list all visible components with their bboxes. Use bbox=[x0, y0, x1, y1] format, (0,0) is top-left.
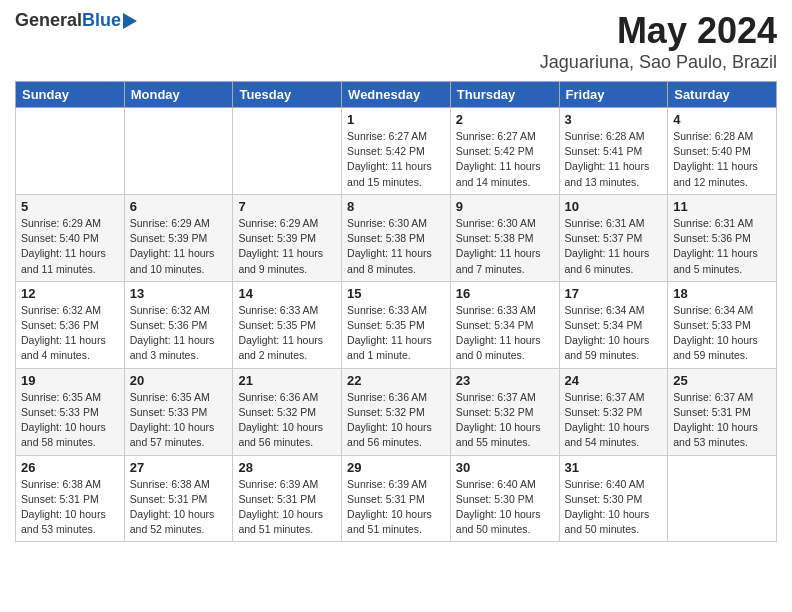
day-info: Sunrise: 6:28 AM Sunset: 5:40 PM Dayligh… bbox=[673, 129, 771, 190]
logo: General Blue bbox=[15, 10, 137, 31]
day-info: Sunrise: 6:34 AM Sunset: 5:34 PM Dayligh… bbox=[565, 303, 663, 364]
day-info: Sunrise: 6:33 AM Sunset: 5:35 PM Dayligh… bbox=[238, 303, 336, 364]
day-info: Sunrise: 6:39 AM Sunset: 5:31 PM Dayligh… bbox=[347, 477, 445, 538]
day-number: 6 bbox=[130, 199, 228, 214]
calendar-cell: 23Sunrise: 6:37 AM Sunset: 5:32 PM Dayli… bbox=[450, 368, 559, 455]
day-info: Sunrise: 6:36 AM Sunset: 5:32 PM Dayligh… bbox=[238, 390, 336, 451]
calendar-cell: 28Sunrise: 6:39 AM Sunset: 5:31 PM Dayli… bbox=[233, 455, 342, 542]
weekday-header-sunday: Sunday bbox=[16, 82, 125, 108]
day-number: 1 bbox=[347, 112, 445, 127]
day-number: 3 bbox=[565, 112, 663, 127]
day-number: 8 bbox=[347, 199, 445, 214]
calendar-cell: 11Sunrise: 6:31 AM Sunset: 5:36 PM Dayli… bbox=[668, 194, 777, 281]
day-info: Sunrise: 6:38 AM Sunset: 5:31 PM Dayligh… bbox=[130, 477, 228, 538]
day-info: Sunrise: 6:29 AM Sunset: 5:40 PM Dayligh… bbox=[21, 216, 119, 277]
day-info: Sunrise: 6:35 AM Sunset: 5:33 PM Dayligh… bbox=[21, 390, 119, 451]
logo-general: General bbox=[15, 10, 82, 31]
day-info: Sunrise: 6:35 AM Sunset: 5:33 PM Dayligh… bbox=[130, 390, 228, 451]
calendar-cell: 7Sunrise: 6:29 AM Sunset: 5:39 PM Daylig… bbox=[233, 194, 342, 281]
day-info: Sunrise: 6:40 AM Sunset: 5:30 PM Dayligh… bbox=[565, 477, 663, 538]
day-info: Sunrise: 6:27 AM Sunset: 5:42 PM Dayligh… bbox=[456, 129, 554, 190]
day-info: Sunrise: 6:31 AM Sunset: 5:37 PM Dayligh… bbox=[565, 216, 663, 277]
calendar-cell: 30Sunrise: 6:40 AM Sunset: 5:30 PM Dayli… bbox=[450, 455, 559, 542]
calendar-cell: 17Sunrise: 6:34 AM Sunset: 5:34 PM Dayli… bbox=[559, 281, 668, 368]
day-number: 28 bbox=[238, 460, 336, 475]
calendar-cell: 31Sunrise: 6:40 AM Sunset: 5:30 PM Dayli… bbox=[559, 455, 668, 542]
calendar-week-row: 1Sunrise: 6:27 AM Sunset: 5:42 PM Daylig… bbox=[16, 108, 777, 195]
calendar-cell: 20Sunrise: 6:35 AM Sunset: 5:33 PM Dayli… bbox=[124, 368, 233, 455]
day-info: Sunrise: 6:29 AM Sunset: 5:39 PM Dayligh… bbox=[238, 216, 336, 277]
calendar-cell: 21Sunrise: 6:36 AM Sunset: 5:32 PM Dayli… bbox=[233, 368, 342, 455]
calendar-week-row: 5Sunrise: 6:29 AM Sunset: 5:40 PM Daylig… bbox=[16, 194, 777, 281]
day-number: 15 bbox=[347, 286, 445, 301]
calendar-cell: 25Sunrise: 6:37 AM Sunset: 5:31 PM Dayli… bbox=[668, 368, 777, 455]
day-number: 13 bbox=[130, 286, 228, 301]
calendar-cell: 18Sunrise: 6:34 AM Sunset: 5:33 PM Dayli… bbox=[668, 281, 777, 368]
day-number: 16 bbox=[456, 286, 554, 301]
day-info: Sunrise: 6:36 AM Sunset: 5:32 PM Dayligh… bbox=[347, 390, 445, 451]
calendar-cell: 6Sunrise: 6:29 AM Sunset: 5:39 PM Daylig… bbox=[124, 194, 233, 281]
day-info: Sunrise: 6:32 AM Sunset: 5:36 PM Dayligh… bbox=[21, 303, 119, 364]
day-info: Sunrise: 6:40 AM Sunset: 5:30 PM Dayligh… bbox=[456, 477, 554, 538]
day-info: Sunrise: 6:34 AM Sunset: 5:33 PM Dayligh… bbox=[673, 303, 771, 364]
weekday-header-saturday: Saturday bbox=[668, 82, 777, 108]
calendar-cell bbox=[668, 455, 777, 542]
day-number: 18 bbox=[673, 286, 771, 301]
day-number: 24 bbox=[565, 373, 663, 388]
weekday-header-wednesday: Wednesday bbox=[342, 82, 451, 108]
calendar-cell: 10Sunrise: 6:31 AM Sunset: 5:37 PM Dayli… bbox=[559, 194, 668, 281]
calendar-cell: 26Sunrise: 6:38 AM Sunset: 5:31 PM Dayli… bbox=[16, 455, 125, 542]
day-info: Sunrise: 6:31 AM Sunset: 5:36 PM Dayligh… bbox=[673, 216, 771, 277]
day-info: Sunrise: 6:27 AM Sunset: 5:42 PM Dayligh… bbox=[347, 129, 445, 190]
day-number: 31 bbox=[565, 460, 663, 475]
day-number: 30 bbox=[456, 460, 554, 475]
day-info: Sunrise: 6:33 AM Sunset: 5:34 PM Dayligh… bbox=[456, 303, 554, 364]
calendar-cell: 14Sunrise: 6:33 AM Sunset: 5:35 PM Dayli… bbox=[233, 281, 342, 368]
calendar-cell: 22Sunrise: 6:36 AM Sunset: 5:32 PM Dayli… bbox=[342, 368, 451, 455]
day-number: 2 bbox=[456, 112, 554, 127]
calendar-cell: 24Sunrise: 6:37 AM Sunset: 5:32 PM Dayli… bbox=[559, 368, 668, 455]
day-info: Sunrise: 6:37 AM Sunset: 5:31 PM Dayligh… bbox=[673, 390, 771, 451]
day-number: 26 bbox=[21, 460, 119, 475]
weekday-header-thursday: Thursday bbox=[450, 82, 559, 108]
day-info: Sunrise: 6:30 AM Sunset: 5:38 PM Dayligh… bbox=[347, 216, 445, 277]
weekday-header-friday: Friday bbox=[559, 82, 668, 108]
day-number: 20 bbox=[130, 373, 228, 388]
weekday-header-monday: Monday bbox=[124, 82, 233, 108]
day-number: 14 bbox=[238, 286, 336, 301]
calendar-cell: 15Sunrise: 6:33 AM Sunset: 5:35 PM Dayli… bbox=[342, 281, 451, 368]
day-info: Sunrise: 6:38 AM Sunset: 5:31 PM Dayligh… bbox=[21, 477, 119, 538]
calendar-cell: 4Sunrise: 6:28 AM Sunset: 5:40 PM Daylig… bbox=[668, 108, 777, 195]
day-number: 19 bbox=[21, 373, 119, 388]
day-number: 23 bbox=[456, 373, 554, 388]
day-number: 22 bbox=[347, 373, 445, 388]
calendar-header-row: SundayMondayTuesdayWednesdayThursdayFrid… bbox=[16, 82, 777, 108]
calendar-cell: 3Sunrise: 6:28 AM Sunset: 5:41 PM Daylig… bbox=[559, 108, 668, 195]
day-number: 10 bbox=[565, 199, 663, 214]
calendar-cell bbox=[233, 108, 342, 195]
calendar-cell: 13Sunrise: 6:32 AM Sunset: 5:36 PM Dayli… bbox=[124, 281, 233, 368]
day-info: Sunrise: 6:30 AM Sunset: 5:38 PM Dayligh… bbox=[456, 216, 554, 277]
logo-arrow-icon bbox=[123, 13, 137, 29]
calendar-cell: 5Sunrise: 6:29 AM Sunset: 5:40 PM Daylig… bbox=[16, 194, 125, 281]
day-number: 9 bbox=[456, 199, 554, 214]
title-block: May 2024 Jaguariuna, Sao Paulo, Brazil bbox=[540, 10, 777, 73]
day-number: 7 bbox=[238, 199, 336, 214]
month-title: May 2024 bbox=[540, 10, 777, 52]
calendar-cell bbox=[16, 108, 125, 195]
page-header: General Blue May 2024 Jaguariuna, Sao Pa… bbox=[15, 10, 777, 73]
calendar-week-row: 12Sunrise: 6:32 AM Sunset: 5:36 PM Dayli… bbox=[16, 281, 777, 368]
day-number: 21 bbox=[238, 373, 336, 388]
day-info: Sunrise: 6:28 AM Sunset: 5:41 PM Dayligh… bbox=[565, 129, 663, 190]
calendar-cell: 12Sunrise: 6:32 AM Sunset: 5:36 PM Dayli… bbox=[16, 281, 125, 368]
day-number: 12 bbox=[21, 286, 119, 301]
calendar-cell: 8Sunrise: 6:30 AM Sunset: 5:38 PM Daylig… bbox=[342, 194, 451, 281]
day-number: 25 bbox=[673, 373, 771, 388]
day-number: 27 bbox=[130, 460, 228, 475]
day-info: Sunrise: 6:37 AM Sunset: 5:32 PM Dayligh… bbox=[456, 390, 554, 451]
calendar-cell bbox=[124, 108, 233, 195]
calendar-cell: 29Sunrise: 6:39 AM Sunset: 5:31 PM Dayli… bbox=[342, 455, 451, 542]
weekday-header-tuesday: Tuesday bbox=[233, 82, 342, 108]
day-number: 17 bbox=[565, 286, 663, 301]
calendar-cell: 16Sunrise: 6:33 AM Sunset: 5:34 PM Dayli… bbox=[450, 281, 559, 368]
